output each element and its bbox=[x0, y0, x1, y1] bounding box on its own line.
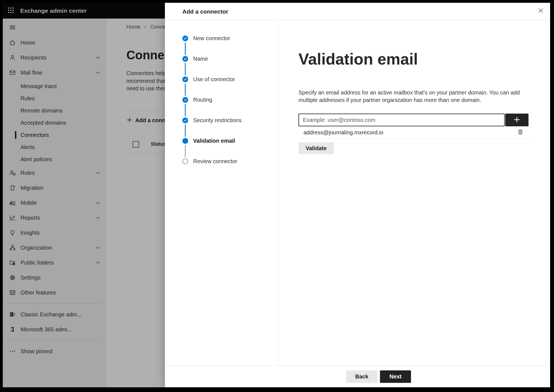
wizard-step-label: Review connector bbox=[193, 158, 237, 164]
add-connector-panel: Add a connector New connectorNameUse of … bbox=[165, 3, 550, 387]
wizard-step-label: Security restrictions bbox=[193, 117, 242, 123]
step-check-icon bbox=[182, 117, 188, 123]
panel-title: Add a connector bbox=[182, 8, 228, 15]
step-check-icon bbox=[182, 56, 188, 62]
wizard-step-security-restrictions: Security restrictions bbox=[182, 117, 278, 138]
app-window: Exchange admin center HomeRecipientsMail… bbox=[3, 3, 550, 387]
wizard-step-name: Name bbox=[182, 56, 278, 76]
wizard-step-label: Validation email bbox=[193, 138, 235, 144]
close-icon bbox=[538, 8, 543, 14]
wizard-step-label: Routing bbox=[193, 97, 212, 103]
wizard-step-new-connector: New connector bbox=[182, 35, 278, 56]
panel-header: Add a connector bbox=[165, 3, 550, 21]
added-email-row: address@journaling.mxrecord.io bbox=[298, 126, 529, 139]
validate-button[interactable]: Validate bbox=[298, 142, 334, 154]
step-todo-icon bbox=[182, 158, 188, 164]
panel-footer: Back Next bbox=[165, 366, 550, 387]
step-connector bbox=[185, 63, 186, 75]
wizard-step-label: New connector bbox=[193, 35, 230, 41]
wizard-content: Validation email Specify an email addres… bbox=[279, 21, 550, 366]
step-connector bbox=[185, 124, 186, 137]
plus-icon bbox=[513, 116, 521, 125]
step-check-icon bbox=[182, 35, 188, 41]
step-check-icon bbox=[182, 76, 188, 82]
close-button[interactable] bbox=[536, 6, 546, 16]
step-current-icon bbox=[182, 138, 188, 144]
delete-email-button[interactable] bbox=[516, 128, 525, 137]
back-button[interactable]: Back bbox=[346, 370, 377, 383]
step-connector bbox=[185, 145, 186, 157]
validation-email-input[interactable] bbox=[298, 114, 505, 126]
step-connector bbox=[185, 83, 186, 96]
add-email-button[interactable] bbox=[505, 114, 529, 126]
step-connector bbox=[185, 104, 186, 116]
added-email-list: address@journaling.mxrecord.io bbox=[298, 126, 529, 139]
step-heading: Validation email bbox=[298, 50, 529, 68]
step-check-icon bbox=[182, 97, 188, 103]
wizard-step-routing: Routing bbox=[182, 97, 278, 117]
step-connector bbox=[185, 42, 186, 55]
next-button[interactable]: Next bbox=[380, 370, 411, 383]
added-email-address: address@journaling.mxrecord.io bbox=[303, 129, 383, 136]
wizard-step-validation-email: Validation email bbox=[182, 138, 278, 158]
wizard-step-label: Name bbox=[193, 56, 208, 62]
wizard-step-label: Use of connector bbox=[193, 76, 235, 82]
trash-icon bbox=[517, 129, 524, 136]
wizard-step-review-connector: Review connector bbox=[182, 158, 278, 179]
wizard-steps: New connectorNameUse of connectorRouting… bbox=[165, 21, 279, 366]
wizard-step-use-of-connector: Use of connector bbox=[182, 76, 278, 97]
step-description: Specify an email address for an active m… bbox=[298, 89, 529, 104]
